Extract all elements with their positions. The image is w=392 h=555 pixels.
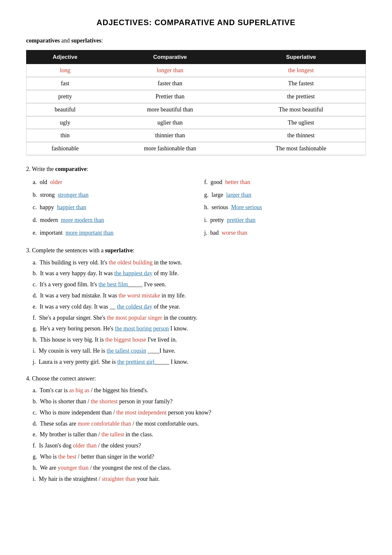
- list-item: e. important more important than: [33, 227, 194, 239]
- col-comparative: Comparative: [104, 50, 237, 64]
- list-item: g. He's a very boring person. He's the m…: [33, 324, 366, 333]
- list-item: d. These sofas are more comfortable than…: [33, 419, 366, 429]
- list-item: i. My cousin is very tall. He is the tal…: [33, 346, 366, 356]
- list-item: c. Who is more independent than / the mo…: [33, 408, 366, 417]
- page-title: ADJECTIVES: COMPARATIVE AND SUPERLATIVE: [26, 16, 366, 29]
- list-item: d. modern more modern than: [33, 214, 194, 226]
- list-item: j. bad worse than: [204, 227, 366, 239]
- table-row: thinthinnier thanthe thinnest: [26, 129, 366, 142]
- list-item: a. Tom's car is as big as / the biggest …: [33, 386, 366, 395]
- table-row: fashionablemore fashionable thanThe most…: [26, 142, 366, 155]
- list-item: e. My brother is taller than / the talle…: [33, 430, 366, 439]
- list-item: a. This building is very old. It's the o…: [33, 258, 366, 267]
- list-item: e. It was a very cold day. It was __ the…: [33, 302, 366, 311]
- section-1: comparatives and superlatives: Adjective…: [26, 36, 366, 155]
- list-item: i. My hair is the straightest / straight…: [33, 474, 366, 484]
- section4-list: a. Tom's car is as big as / the biggest …: [26, 386, 366, 483]
- table-row: longlonger thanthe longest: [26, 64, 366, 77]
- list-item: a. old older: [33, 177, 194, 188]
- list-item: b. Who is shorter than / the shortest pe…: [33, 397, 366, 406]
- list-item: g. Who is the best / better than singer …: [33, 452, 366, 462]
- section1-instruction: comparatives and superlatives:: [26, 36, 366, 45]
- list-item: h. This house is very big. It is the big…: [33, 335, 366, 345]
- adjective-table: Adjective Comparative Superlative longlo…: [26, 50, 366, 155]
- col-superlative: Superlative: [237, 50, 366, 64]
- table-row: fastfaster thanThe fastest: [26, 77, 366, 90]
- list-item: h. We are younger than / the youngest th…: [33, 463, 366, 473]
- table-row: uglyuglier thanThe ugliest: [26, 116, 366, 129]
- section-4: 4. Choose the correct answer: a. Tom's c…: [26, 374, 366, 484]
- section3-title: 3. Complete the sentences with a superla…: [26, 246, 366, 255]
- list-item: c. It's a very good film. It's the best …: [33, 280, 366, 289]
- list-item: j. Laura is a very pretty girl. She is t…: [33, 357, 366, 367]
- list-item: f. She's a popular singer. She's the mos…: [33, 313, 366, 323]
- list-item: b. It was a very happy day. It was the h…: [33, 269, 366, 278]
- section4-title: 4. Choose the correct answer:: [26, 374, 366, 383]
- table-row: beautifulmore beautiful thanThe most bea…: [26, 103, 366, 116]
- list-item: d. It was a very bad mistake. It was the…: [33, 291, 366, 300]
- list-item: f. good better than: [204, 177, 366, 188]
- list-item: b. strong stronger than: [33, 189, 194, 201]
- section2-grid: a. old olderf. good better thanb. strong…: [33, 177, 366, 239]
- table-row: prettyPrettier thanthe prettiest: [26, 90, 366, 103]
- list-item: f. Is Jason's dog older than / the oldes…: [33, 441, 366, 450]
- list-item: i. pretty prettier than: [204, 214, 366, 226]
- list-item: h. serious More serious: [204, 202, 366, 213]
- col-adjective: Adjective: [26, 50, 104, 64]
- list-item: c. happy happier than: [33, 202, 194, 213]
- section2-title: 2. Write the comparative:: [26, 164, 366, 174]
- list-item: g. large larger than: [204, 189, 366, 201]
- section-3: 3. Complete the sentences with a superla…: [26, 246, 366, 367]
- section-2: 2. Write the comparative: a. old olderf.…: [26, 164, 366, 239]
- section3-list: a. This building is very old. It's the o…: [26, 258, 366, 367]
